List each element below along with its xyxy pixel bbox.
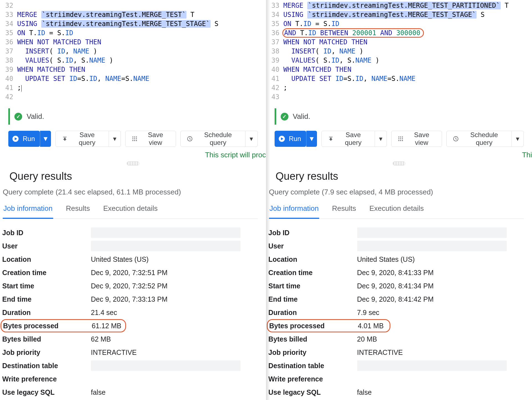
info-value: Dec 9, 2020, 7:33:13 PM: [91, 295, 258, 303]
run-button[interactable]: Run: [275, 131, 306, 147]
caret-down-icon: ▾: [379, 135, 382, 143]
schedule-query-dropdown[interactable]: ▾: [512, 131, 524, 147]
info-value: INTERACTIVE: [91, 348, 258, 357]
run-dropdown[interactable]: ▼: [40, 131, 51, 147]
save-view-button[interactable]: Save view: [391, 131, 442, 147]
info-value: [357, 227, 507, 238]
schedule-query-button[interactable]: Schedule query: [446, 131, 512, 147]
info-value: [357, 360, 507, 371]
info-row: User: [2, 239, 258, 253]
info-label: Job priority: [268, 348, 357, 357]
svg-point-22: [402, 140, 403, 141]
info-label: Bytes processed: [269, 322, 358, 330]
query-complete-msg: Query complete (21.4 sec elapsed, 61.1 M…: [2, 188, 258, 201]
results-tabs: Job information Results Execution detail…: [268, 201, 524, 219]
schedule-query-dropdown[interactable]: ▾: [245, 131, 257, 147]
tab-execution-details[interactable]: Execution details: [103, 201, 158, 219]
svg-point-21: [400, 140, 401, 141]
validation-label: Valid.: [27, 112, 44, 121]
info-row: Job priorityINTERACTIVE: [2, 346, 258, 359]
save-query-button[interactable]: Save query: [321, 131, 375, 147]
svg-point-8: [132, 140, 133, 141]
info-value: false: [91, 388, 258, 396]
line-gutter: 3233343536373839404142: [0, 1, 17, 102]
info-row: End timeDec 9, 2020, 8:41:42 PM: [268, 293, 524, 306]
info-label: Start time: [2, 282, 91, 290]
panel-resize-handle[interactable]: [393, 161, 405, 165]
validation-status: ✓ Valid.: [275, 108, 524, 125]
caret-down-icon: ▾: [113, 135, 116, 143]
run-button[interactable]: Run: [8, 131, 40, 147]
panel-left: 3233343536373839404142 MERGE `striimdev.…: [0, 0, 266, 400]
info-value: 20 MB: [357, 335, 524, 343]
query-toolbar: Run ▼ Save query ▾ Save view: [266, 129, 532, 147]
play-icon: [12, 135, 19, 142]
info-value: [357, 241, 507, 251]
clock-icon: [187, 136, 193, 142]
info-row: Job ID: [2, 226, 258, 239]
info-row: Use legacy SQLfalse: [268, 386, 524, 399]
script-note: This script will proc: [0, 147, 266, 161]
save-query-button[interactable]: Save query: [55, 131, 109, 147]
info-label: Destination table: [268, 362, 357, 370]
info-value: 7.9 sec: [357, 309, 524, 317]
tab-job-information[interactable]: Job information: [3, 201, 53, 219]
play-icon: [278, 135, 285, 142]
job-info-table: Job IDUserLocationUnited States (US)Crea…: [2, 219, 258, 399]
info-label: Job ID: [2, 229, 91, 237]
sql-editor-left[interactable]: 3233343536373839404142 MERGE `striimdev.…: [0, 0, 266, 102]
info-row: Bytes billed62 MB: [2, 332, 258, 346]
svg-point-6: [134, 138, 135, 139]
info-label: Duration: [268, 309, 357, 317]
line-gutter: 3334353637383940414243: [266, 1, 283, 102]
grid-icon: [398, 136, 404, 142]
save-query-dropdown[interactable]: ▾: [375, 131, 387, 147]
info-row: Job ID: [268, 226, 524, 239]
save-query-dropdown[interactable]: ▾: [109, 131, 121, 147]
query-results-left: Query results Query complete (21.4 sec e…: [0, 168, 266, 399]
sql-editor-right[interactable]: 3334353637383940414243 MERGE `striimdev.…: [266, 0, 532, 102]
run-dropdown[interactable]: ▼: [306, 131, 317, 147]
check-icon: ✓: [14, 113, 22, 120]
schedule-query-button[interactable]: Schedule query: [180, 131, 246, 147]
info-row: Job priorityINTERACTIVE: [268, 346, 524, 359]
code-area[interactable]: MERGE `striimdev.streamingTest.MERGE_TES…: [17, 1, 218, 102]
tab-results[interactable]: Results: [331, 201, 357, 219]
tab-job-information[interactable]: Job information: [269, 201, 319, 219]
info-label: Duration: [2, 309, 91, 317]
svg-point-20: [398, 140, 400, 141]
svg-point-10: [136, 140, 137, 141]
info-value: Dec 9, 2020, 7:32:52 PM: [91, 282, 258, 290]
info-row: Use legacy SQLfalse: [2, 386, 258, 399]
info-label: End time: [268, 295, 357, 303]
job-info-table: Job IDUserLocationUnited States (US)Crea…: [268, 219, 524, 399]
info-row: Bytes processed4.01 MB: [267, 319, 390, 332]
info-value: false: [357, 388, 524, 396]
code-area[interactable]: MERGE `striimdev.streamingTest.MERGE_TES…: [283, 1, 509, 102]
info-value: 62 MB: [91, 335, 258, 343]
info-label: Location: [2, 255, 91, 263]
info-value: United States (US): [91, 255, 258, 263]
info-value: Dec 9, 2020, 7:32:51 PM: [91, 269, 258, 277]
info-value: 21.4 sec: [91, 309, 258, 317]
info-label: Location: [268, 255, 357, 263]
results-heading: Query results: [268, 168, 524, 188]
svg-point-2: [132, 137, 133, 138]
info-row: Start timeDec 9, 2020, 7:32:52 PM: [2, 279, 258, 293]
info-label: Destination table: [2, 362, 91, 370]
svg-point-4: [136, 137, 137, 138]
clock-icon: [453, 136, 459, 142]
svg-point-14: [398, 137, 400, 138]
save-view-button[interactable]: Save view: [125, 131, 176, 147]
download-icon: [62, 136, 68, 142]
info-row: LocationUnited States (US): [2, 253, 258, 266]
tab-results[interactable]: Results: [65, 201, 91, 219]
info-value: 61.12 MB: [92, 322, 121, 330]
script-note: Thi: [266, 147, 532, 161]
panel-resize-handle[interactable]: [127, 161, 139, 165]
svg-point-7: [136, 138, 137, 139]
info-value: [91, 227, 241, 238]
tab-execution-details[interactable]: Execution details: [369, 201, 424, 219]
svg-point-3: [134, 137, 135, 138]
info-value: [91, 360, 241, 371]
